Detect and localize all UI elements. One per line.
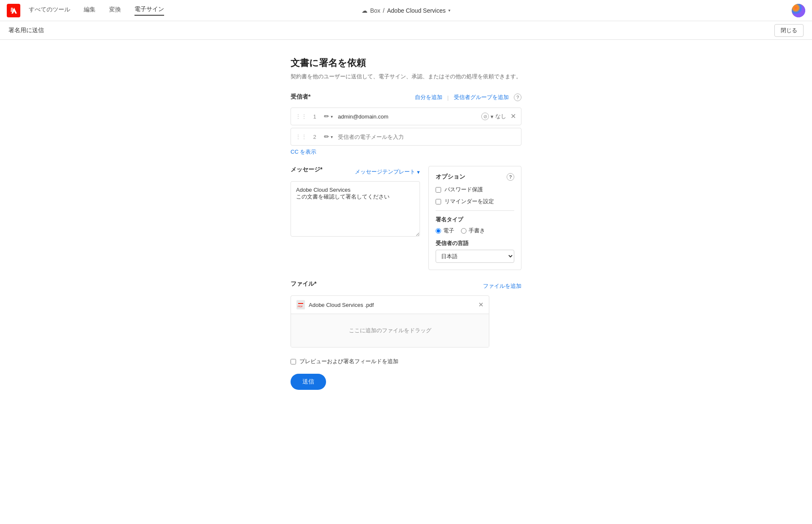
add-group-link[interactable]: 受信者グループを追加	[454, 94, 509, 101]
cc-link[interactable]: CC を表示	[291, 148, 316, 156]
language-select[interactable]: 日本語 English 中文 한국어 Français Deutsch Espa…	[436, 250, 514, 263]
handwritten-radio-item[interactable]: 手書き	[461, 227, 485, 234]
pdf-icon: PDF	[296, 300, 305, 309]
role-label-arrow[interactable]: ▾	[491, 113, 494, 120]
handwritten-radio[interactable]	[461, 228, 466, 234]
page-title: 文書に署名を依頼	[291, 57, 521, 69]
role-right-1: ⊘ ▾ なし	[481, 113, 506, 120]
recipient-row-2: ⋮⋮ 2 ✏ ▾	[291, 128, 521, 146]
sign-type-label: 署名タイプ	[436, 216, 514, 223]
svg-point-0	[792, 4, 805, 17]
message-area: メッセージ* メッセージテンプレート ▾	[291, 166, 420, 238]
recipients-label: 受信者*	[291, 93, 310, 101]
drop-area[interactable]: ここに追加のファイルをドラッグ	[291, 314, 489, 347]
sub-header: 署名用に送信 閉じる	[0, 21, 812, 40]
options-title-text: オプション	[436, 173, 465, 181]
password-label: パスワード保護	[444, 186, 483, 193]
message-header: メッセージ* メッセージテンプレート ▾	[291, 166, 420, 178]
sign-type-radio-group: 電子 手書き	[436, 227, 514, 234]
electronic-radio-item[interactable]: 電子	[436, 227, 454, 234]
message-options-section: メッセージ* メッセージテンプレート ▾ オプション ? パスワード保護	[291, 166, 521, 270]
files-label: ファイル*	[291, 280, 316, 288]
password-option: パスワード保護	[436, 186, 514, 193]
breadcrumb-separator: /	[383, 7, 384, 14]
row-number-2: 2	[310, 134, 319, 140]
add-self-link[interactable]: 自分を追加	[415, 94, 442, 101]
send-button[interactable]: 送信	[291, 374, 326, 390]
file-remove-button[interactable]: ✕	[478, 301, 484, 309]
options-divider	[436, 210, 514, 211]
drag-handle-1[interactable]: ⋮⋮	[295, 113, 307, 120]
handwritten-label: 手書き	[469, 227, 485, 234]
lang-label: 受信者の言語	[436, 240, 514, 247]
file-name: Adobe Cloud Services .pdf	[309, 302, 475, 308]
user-avatar[interactable]	[792, 4, 805, 17]
message-template-button[interactable]: メッセージテンプレート ▾	[355, 168, 420, 176]
cloud-icon: ☁	[362, 7, 368, 14]
role-none-label: なし	[495, 113, 506, 120]
breadcrumb-service: Adobe Cloud Services	[387, 7, 446, 14]
preview-row: プレビューおよび署名フィールドを追加	[291, 358, 521, 365]
role-icon-1: ✏	[324, 113, 329, 120]
email-input-1[interactable]	[338, 113, 478, 120]
recipients-actions: 自分を追加 | 受信者グループを追加 ?	[415, 94, 521, 101]
reminder-label: リマインダーを設定	[444, 198, 494, 205]
message-template-arrow: ▾	[417, 169, 420, 175]
options-panel: オプション ? パスワード保護 リマインダーを設定 署名タイプ 電子	[428, 166, 521, 270]
file-item: PDF Adobe Cloud Services .pdf ✕	[291, 296, 489, 314]
nav-links: すべてのツール 編集 変換 電子サイン	[29, 6, 164, 16]
reminder-option: リマインダーを設定	[436, 198, 514, 205]
files-section: ファイル* ファイルを追加 PDF Adobe Cloud Services .…	[291, 280, 521, 347]
role-icon-2: ✏	[324, 133, 329, 141]
svg-text:PDF: PDF	[298, 305, 303, 308]
breadcrumb-box[interactable]: Box	[370, 7, 380, 14]
top-nav: すべてのツール 編集 変換 電子サイン ☁ Box / Adobe Cloud …	[0, 0, 812, 21]
message-template-label: メッセージテンプレート	[355, 168, 415, 176]
sub-header-title: 署名用に送信	[8, 27, 44, 34]
svg-rect-1	[296, 300, 305, 309]
preview-checkbox[interactable]	[291, 359, 296, 364]
message-label: メッセージ*	[291, 166, 322, 174]
password-checkbox[interactable]	[436, 187, 441, 193]
add-file-link[interactable]: ファイルを追加	[483, 282, 521, 290]
nav-tools[interactable]: すべてのツール	[29, 6, 70, 15]
role-arrow-2: ▾	[331, 135, 333, 139]
file-box: PDF Adobe Cloud Services .pdf ✕ ここに追加のファ…	[291, 295, 489, 347]
breadcrumb-dropdown-icon[interactable]: ▾	[448, 8, 450, 13]
recipient-row-1: ⋮⋮ 1 ✏ ▾ ⊘ ▾ なし ✕	[291, 108, 521, 125]
email-input-2[interactable]	[338, 134, 517, 140]
nav-breadcrumb: ☁ Box / Adobe Cloud Services ▾	[362, 7, 450, 14]
recipients-section: 受信者* 自分を追加 | 受信者グループを追加 ? ⋮⋮ 1 ✏ ▾ ⊘	[291, 93, 521, 166]
role-button-1[interactable]: ✏ ▾	[322, 112, 335, 121]
nav-esign[interactable]: 電子サイン	[134, 6, 164, 16]
message-textarea[interactable]	[291, 181, 420, 237]
preview-label: プレビューおよび署名フィールドを追加	[299, 358, 398, 365]
options-help-icon[interactable]: ?	[507, 173, 514, 181]
recipients-help-icon[interactable]: ?	[514, 94, 521, 101]
files-header: ファイル* ファイルを追加	[291, 280, 521, 292]
page-wrapper: 文書に署名を依頼 契約書を他のユーザーに送信して、電子サイン、承認、またはその他…	[0, 40, 812, 524]
adobe-logo	[7, 4, 20, 17]
nav-convert[interactable]: 変換	[109, 6, 121, 15]
main-content: 文書に署名を依頼 契約書を他のユーザーに送信して、電子サイン、承認、またはその他…	[291, 40, 521, 524]
nav-edit[interactable]: 編集	[84, 6, 96, 15]
electronic-radio[interactable]	[436, 228, 441, 234]
page-subtitle: 契約書を他のユーザーに送信して、電子サイン、承認、またはその他の処理を依頼できま…	[291, 73, 521, 80]
row-number-1: 1	[310, 113, 319, 120]
reminder-checkbox[interactable]	[436, 199, 441, 204]
close-button[interactable]: 閉じる	[774, 24, 804, 37]
role-arrow-1: ▾	[331, 114, 333, 119]
drag-handle-2[interactable]: ⋮⋮	[295, 133, 307, 140]
role-button-2[interactable]: ✏ ▾	[322, 132, 335, 141]
options-title: オプション ?	[436, 173, 514, 181]
remove-button-1[interactable]: ✕	[510, 112, 517, 121]
block-icon-1: ⊘	[481, 113, 489, 120]
nav-right	[792, 4, 805, 17]
electronic-label: 電子	[443, 227, 454, 234]
